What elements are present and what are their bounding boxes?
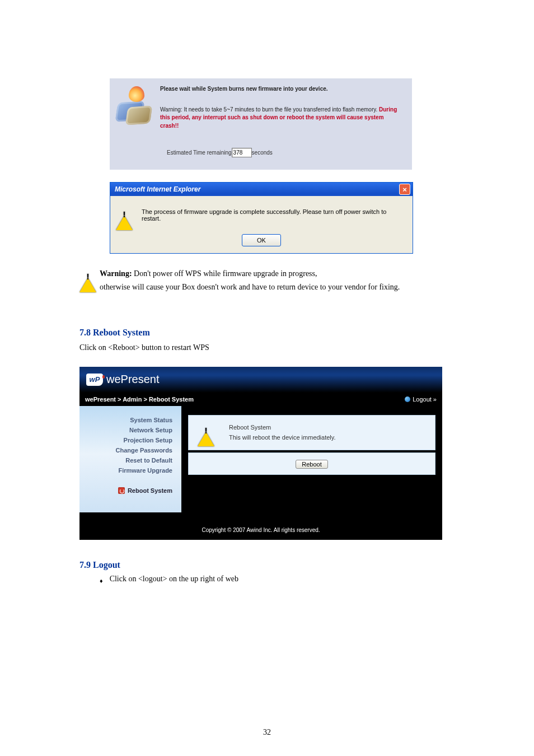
wp-header: wP wePresent [79,367,442,393]
remaining-label-before: Estimated Time remaining [167,150,232,156]
reboot-button[interactable]: Reboot [296,460,327,469]
wepresent-panel: wP wePresent wePresent > Admin > Reboot … [79,367,442,540]
doc-warn-rest2: otherwise will cause your Box doesn't wo… [100,281,458,294]
wp-body: System Status Network Setup Projection S… [79,406,442,512]
wp-brand: wePresent [106,373,160,386]
logout-label: Logout » [413,396,437,403]
burn-icon-cell [116,85,160,124]
ie-dialog-titlebar: Microsoft Internet Explorer × [110,183,413,196]
firmware-burn-bottom: Estimated Time remaining seconds [110,139,412,170]
ie-dialog-message: The process of firmware upgrade is compl… [133,206,407,222]
sidebar-item-reset-default[interactable]: Reset to Default [79,455,181,465]
remaining-label-after: seconds [252,150,273,156]
section-7-8-heading: 7.8 Reboot System [79,328,534,338]
burn-icon [116,85,156,124]
ie-dialog-title: Microsoft Internet Explorer [115,185,200,193]
sidebar-item-reboot-system[interactable]: Reboot System [79,486,181,496]
doc-warning-text: Warning: Don't power off WPS while firmw… [100,267,458,294]
close-icon[interactable]: × [399,184,410,195]
wp-sidebar: System Status Network Setup Projection S… [79,406,181,512]
ie-dialog: Microsoft Internet Explorer × The proces… [110,182,413,254]
warning-icon [198,422,214,432]
sidebar-item-firmware-upgrade[interactable]: Firmware Upgrade [79,465,181,475]
sidebar-item-change-passwords[interactable]: Change Passwords [79,445,181,455]
sidebar-item-system-status[interactable]: System Status [79,415,181,425]
ok-button[interactable]: OK [242,234,281,246]
reboot-button-card: Reboot [188,452,435,475]
logout-link[interactable]: Logout » [405,396,437,403]
sidebar-item-projection-setup[interactable]: Projection Setup [79,435,181,445]
warning-icon [116,206,133,216]
section-7-9-sub: ♦ Click on <logout> on the up right of w… [100,575,534,587]
sidebar-item-label: Reboot System [128,487,172,494]
doc-warn-prefix: Warning: [100,269,134,278]
wp-main: Reboot System This will reboot the devic… [181,406,442,512]
reboot-info-line1: Reboot System [229,422,336,433]
section-7-9-heading: 7.9 Logout [79,560,534,570]
reboot-info-text: Reboot System This will reboot the devic… [229,422,336,443]
section-7-8-sub: Click on <Reboot> button to restart WPS [79,343,534,352]
firmware-burn-panel: Please wait while System burns new firmw… [110,78,412,170]
remaining-seconds-input[interactable] [232,148,252,157]
globe-icon [405,396,410,402]
firmware-burn-line1: Please wait while System burns new firmw… [160,85,403,94]
reboot-info-line2: This will reboot the device immediately. [229,432,336,443]
reboot-info-card: Reboot System This will reboot the devic… [188,415,435,450]
section-7-9-text: Click on <logout> on the up right of web [110,575,238,584]
sidebar-item-network-setup[interactable]: Network Setup [79,425,181,435]
reboot-icon [118,487,125,494]
firmware-burn-top: Please wait while System burns new firmw… [110,78,412,139]
wp-logo-icon: wP [86,374,103,386]
bullet-icon: ♦ [100,575,103,587]
breadcrumb: wePresent > Admin > Reboot System [85,396,194,403]
firmware-burn-warning: Warning: It needs to take 5~7 minutes to… [160,106,403,130]
wp-footer: Copyright © 2007 Awind Inc. All rights r… [79,512,442,540]
page-number: 32 [0,728,534,737]
ie-dialog-body: The process of firmware upgrade is compl… [110,196,413,253]
doc-warn-rest1: Don't power off WPS while firmware upgra… [134,269,317,278]
wp-crumb-bar: wePresent > Admin > Reboot System Logout… [79,393,442,406]
firmware-warn-prefix: Warning: It needs to take 5~7 minutes to… [160,106,379,113]
firmware-burn-text: Please wait while System burns new firmw… [160,85,403,130]
